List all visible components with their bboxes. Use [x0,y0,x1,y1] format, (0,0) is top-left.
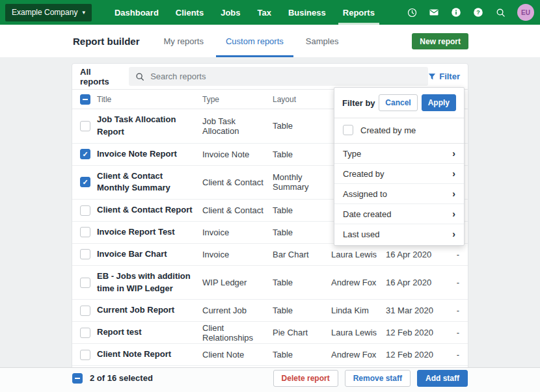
report-title[interactable]: Client Note Report [97,344,202,365]
delete-report-button[interactable]: Delete report [273,370,338,387]
filter-item-label: Date created [343,209,391,219]
apply-button[interactable]: Apply [422,94,456,111]
search-input[interactable] [150,72,422,81]
remove-staff-button[interactable]: Remove staff [345,370,411,387]
report-date-created: 12 Feb 2020 [386,350,439,359]
report-last-used: - [439,350,468,359]
report-created-by: Laura Lewis [331,250,386,259]
row-checkbox[interactable] [80,149,90,159]
chevron-right-icon: › [452,168,455,179]
filter-item-type[interactable]: Type › [334,144,464,164]
row-checkbox[interactable] [80,177,90,187]
report-date-created: 31 Mar 2020 [386,306,439,315]
select-all-checkbox[interactable] [80,94,90,105]
table-row[interactable]: Report test Client Relationships Pie Cha… [72,322,468,344]
filter-popup-header: Filter by Cancel Apply [334,88,464,118]
report-layout: Table [273,228,331,237]
report-date-created: 12 Feb 2020 [386,328,439,337]
filter-item-assigned-to[interactable]: Assigned to › [334,184,464,204]
report-title[interactable]: Invoice Bar Chart [97,244,202,265]
row-checkbox[interactable] [80,278,90,288]
report-title[interactable]: Client & Contact Monthly Summary [97,166,202,200]
report-layout: Pie Chart [273,328,331,337]
report-title[interactable]: Invoice Note Report [97,144,202,165]
add-staff-button[interactable]: Add staff [417,370,468,387]
cancel-button[interactable]: Cancel [379,94,417,111]
created-by-me-checkbox[interactable] [343,125,353,135]
row-checkbox[interactable] [80,350,90,360]
report-title[interactable]: Current Job Report [97,300,202,321]
report-title[interactable]: Client & Contact Report [97,200,202,221]
report-last-used: - [439,328,468,337]
row-checkbox[interactable] [80,121,90,131]
top-nav: Example Company ▾ DashboardClientsJobsTa… [0,0,540,25]
table-row[interactable]: EB - Jobs with addition time in WIP Ledg… [72,266,468,300]
filter-button[interactable]: Filter [428,72,460,81]
filter-label: Filter [439,72,460,81]
company-name: Example Company [12,8,77,17]
nav-items: DashboardClientsJobsTaxBusinessReports [106,0,383,25]
row-checkbox[interactable] [80,249,90,259]
chevron-right-icon: › [452,189,455,199]
nav-item-reports[interactable]: Reports [343,0,375,25]
filter-item-label: Assigned to [343,189,387,199]
report-type: Invoice [202,250,273,259]
report-type: WIP Ledger [202,278,273,287]
row-checkbox[interactable] [80,306,90,316]
reports-card: All reports Filter Title Type Layout [72,63,468,387]
help-icon[interactable]: ? [473,7,483,18]
report-title[interactable]: Invoice Report Test [97,222,202,243]
chevron-right-icon: › [452,209,455,219]
report-date-created: 16 Apr 2020 [386,250,439,259]
nav-item-tax[interactable]: Tax [258,0,271,25]
nav-item-dashboard[interactable]: Dashboard [115,0,159,25]
table-row[interactable]: Current Job Report Current Job Table Lin… [72,300,468,322]
selection-count: 2 of 16 selected [90,373,153,383]
filter-popup-title: Filter by [342,98,375,108]
row-checkbox[interactable] [80,227,90,237]
clock-icon[interactable] [407,7,417,18]
filter-item-created-by[interactable]: Created by › [334,164,464,184]
funnel-icon [428,73,436,81]
tabs: My reportsCustom reportsSamples [153,25,350,57]
table-row[interactable]: Client Note Report Client Note Table And… [72,344,468,366]
report-created-by: Andrew Fox [331,278,386,287]
nav-item-jobs[interactable]: Jobs [221,0,240,25]
report-type: Client Relationships [202,323,273,343]
tab-my-reports[interactable]: My reports [153,25,215,57]
tab-samples[interactable]: Samples [295,25,350,57]
report-title[interactable]: EB - Jobs with addition time in WIP Ledg… [97,266,202,300]
table-toolbar: All reports Filter [72,64,468,90]
column-header-type[interactable]: Type [202,95,273,104]
row-checkbox[interactable] [80,205,90,216]
report-type: Client Note [202,350,273,359]
tab-custom-reports[interactable]: Custom reports [215,25,295,57]
avatar[interactable]: EU [517,4,534,21]
mail-icon[interactable] [429,7,439,18]
nav-right: ? EU [407,4,534,21]
row-checkbox[interactable] [80,328,90,338]
nav-item-clients[interactable]: Clients [176,0,204,25]
info-icon[interactable] [451,7,461,18]
column-header-layout[interactable]: Layout [273,95,331,104]
report-last-used: - [439,250,468,259]
selection-action-bar: 2 of 16 selected Delete reportRemove sta… [0,367,540,392]
company-selector[interactable]: Example Company ▾ [5,4,92,21]
report-title[interactable]: Job Task Allocation Report [97,109,202,143]
filter-item-date-created[interactable]: Date created › [334,204,464,224]
report-created-by: Laura Lewis [331,328,386,337]
nav-item-business[interactable]: Business [288,0,326,25]
column-header-title[interactable]: Title [97,95,202,104]
scope-label: All reports [80,67,122,86]
created-by-me-row[interactable]: Created by me [334,118,464,144]
report-title[interactable]: Report test [97,322,202,343]
table-row[interactable]: Invoice Bar Chart Invoice Bar Chart Laur… [72,244,468,266]
report-layout: Bar Chart [273,250,331,259]
report-type: Job Task Allocation [202,116,273,136]
report-type: Invoice [202,228,273,237]
selection-checkbox[interactable] [72,373,83,384]
filter-item-last-used[interactable]: Last used › [334,224,464,245]
report-layout: Table [273,150,331,159]
new-report-button[interactable]: New report [412,33,468,49]
search-icon[interactable] [495,7,506,18]
